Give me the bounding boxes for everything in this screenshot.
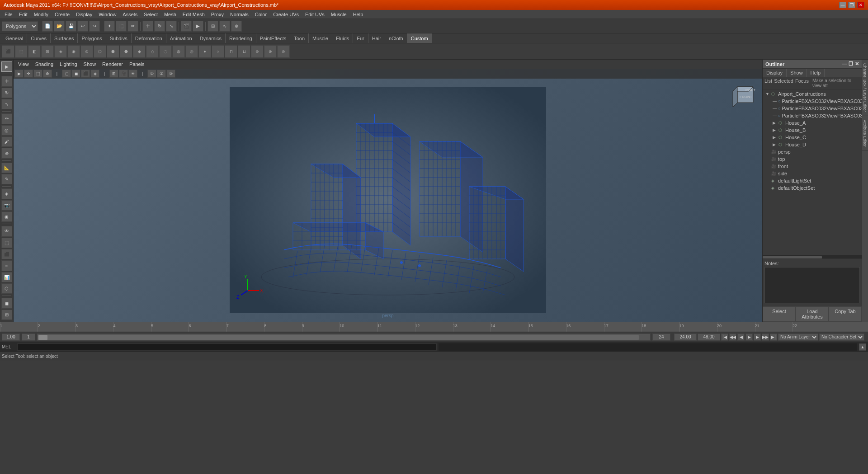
measure-tool[interactable]: 📐 (1, 163, 12, 173)
tree-item-particle2[interactable]: — ○ ParticleFBXASC032ViewFBXASC032 (764, 105, 861, 112)
redo-button[interactable]: ↪ (89, 21, 100, 32)
vp-shaded[interactable]: ◈ (90, 70, 99, 78)
shelf-tool-17[interactable]: ○ (212, 45, 224, 58)
shelf-painteffects[interactable]: PaintEffects (256, 33, 291, 43)
menu-create[interactable]: Create (52, 11, 72, 18)
viewport-menu-shading[interactable]: Shading (33, 61, 56, 68)
move-tool-button[interactable]: ✛ (142, 21, 153, 32)
vp-select[interactable]: ▶ (14, 70, 24, 78)
shelf-tool-16[interactable]: ● (198, 45, 211, 58)
undo-button[interactable]: ↩ (77, 21, 88, 32)
range-end-input[interactable] (652, 333, 670, 341)
paint-select-button[interactable]: ✏ (127, 21, 138, 32)
shelf-subdivs[interactable]: Subdivs (106, 33, 132, 43)
menu-muscle[interactable]: Muscle (328, 11, 349, 18)
vp-res-low[interactable]: ① (147, 70, 156, 78)
tree-item-persp[interactable]: 🎥 persp (764, 148, 861, 155)
render-sel-button[interactable]: ◈ (1, 188, 12, 199)
range-current-input[interactable] (22, 333, 35, 341)
shelf-polygons[interactable]: Polygons (78, 33, 106, 43)
mel-command-input[interactable] (17, 343, 437, 351)
vp-camera[interactable]: 🎥 (119, 70, 128, 78)
menu-display[interactable]: Display (73, 11, 95, 18)
ipr-button[interactable]: ▶ (193, 21, 203, 32)
sculpt-tool[interactable]: ✏ (1, 113, 12, 124)
tree-item-defaultobjectset[interactable]: ◈ defaultObjectSet (764, 184, 861, 192)
shelf-hair[interactable]: Hair (368, 33, 385, 43)
vp-res-high[interactable]: ③ (166, 70, 175, 78)
shelf-custom[interactable]: Custom (407, 33, 432, 43)
tree-item-house-d[interactable]: ▶ ⬡ House_D (764, 141, 861, 148)
vp-light-sel[interactable]: ☀ (128, 70, 137, 78)
outliner-tab-display[interactable]: Display (763, 69, 787, 77)
open-button[interactable]: 📂 (54, 21, 65, 32)
menu-color[interactable]: Color (252, 11, 269, 18)
shelf-tool-19[interactable]: ⊔ (238, 45, 250, 58)
tree-item-side[interactable]: 🎥 side (764, 170, 861, 177)
vp-res-med[interactable]: ② (157, 70, 166, 78)
shelf-tool-20[interactable]: ⊕ (251, 45, 264, 58)
snap-curve-button[interactable]: ∿ (219, 21, 230, 32)
time-prev-button[interactable]: ◀ (737, 333, 745, 341)
viewport-menu-renderer[interactable]: Renderer (99, 61, 126, 68)
soft-select-tool[interactable]: ◎ (1, 125, 12, 136)
outliner-restore[interactable]: ❐ (849, 61, 853, 67)
outliner-h-scrollbar[interactable] (763, 255, 862, 258)
tree-item-airport[interactable]: ▼ ⬡ Airport_Constructions (764, 90, 861, 98)
outliner-tab-show[interactable]: Show (787, 69, 807, 77)
viewport-menu-panels[interactable]: Panels (127, 61, 147, 68)
attribute-editor-tab[interactable]: Attribute Editor (862, 116, 868, 151)
shelf-tool-7[interactable]: ⊙ (80, 45, 93, 58)
shelf-tool-12[interactable]: ◇ (146, 45, 159, 58)
time-play-button[interactable]: ▶ (745, 333, 753, 341)
time-end-button[interactable]: ▶| (770, 333, 777, 341)
outliner-minimize[interactable]: — (842, 61, 847, 67)
shelf-fluids[interactable]: Fluids (332, 33, 353, 43)
axis-button[interactable]: ⊞ (1, 310, 12, 320)
shelf-tool-18[interactable]: ⊓ (225, 45, 237, 58)
main-viewport[interactable]: View Shading Lighting Show Renderer Pane… (14, 60, 762, 322)
menu-normals[interactable]: Normals (227, 11, 251, 18)
tree-item-defaultlightset[interactable]: ◈ defaultLightSet (764, 177, 861, 184)
scale-tool[interactable]: ⤡ (1, 99, 12, 109)
tree-item-house-a[interactable]: ▶ ⬡ House_A (764, 119, 861, 127)
tree-item-particle3[interactable]: — ○ ParticleFBXASC032ViewFBXASC032 (764, 112, 861, 119)
viewport-menu-view[interactable]: View (15, 61, 32, 68)
tree-item-house-c[interactable]: ▶ ⬡ House_C (764, 134, 861, 141)
quick-sel-button[interactable]: ◼ (1, 298, 12, 308)
vp-grid[interactable]: ⊞ (109, 70, 118, 78)
close-button[interactable]: ✕ (857, 2, 864, 8)
menu-assets[interactable]: Assets (120, 11, 140, 18)
outliner-button[interactable]: ≡ (1, 260, 12, 271)
shelf-fur[interactable]: Fur (353, 33, 368, 43)
restore-button[interactable]: ❐ (848, 2, 855, 8)
shelf-curves[interactable]: Curves (27, 33, 51, 43)
rotate-tool[interactable]: ↻ (1, 88, 12, 98)
layer-button[interactable]: ⬚ (1, 238, 12, 248)
timeline-ruler[interactable]: 12345678910111213141516171819202122 (0, 322, 868, 332)
shelf-tool-13[interactable]: ◌ (159, 45, 172, 58)
new-scene-button[interactable]: 📄 (42, 21, 53, 32)
snap-point-button[interactable]: ⊕ (231, 21, 242, 32)
anim-layer-dropdown[interactable]: No Anim Layer (778, 333, 818, 341)
shelf-tool-5[interactable]: ◈ (54, 45, 67, 58)
tree-item-house-b[interactable]: ▶ ⬡ House_B (764, 127, 861, 134)
time-next-button[interactable]: ▶ (754, 333, 761, 341)
time-start-button[interactable]: |◀ (721, 333, 728, 341)
outliner-tab-help[interactable]: Help (807, 69, 825, 77)
char-set-dropdown[interactable]: No Character Set (819, 333, 864, 341)
time-next-key-button[interactable]: ▶▶ (762, 333, 769, 341)
shelf-tool-4[interactable]: ⊞ (41, 45, 54, 58)
uv-editor-button[interactable]: ⬡ (1, 283, 12, 294)
vp-pan[interactable]: ⬚ (33, 70, 42, 78)
menu-mesh[interactable]: Mesh (161, 11, 179, 18)
time-prev-key-button[interactable]: ◀◀ (729, 333, 736, 341)
copy-tab-button[interactable]: Copy Tab (829, 306, 862, 322)
shelf-surfaces[interactable]: Surfaces (51, 33, 78, 43)
load-attributes-button[interactable]: Load Attributes (796, 306, 829, 322)
namespace-button[interactable]: ⬛ (1, 249, 12, 259)
shelf-ncloth[interactable]: nCloth (385, 33, 407, 43)
shelf-tool-11[interactable]: ◆ (133, 45, 146, 58)
menu-create-uvs[interactable]: Create UVs (270, 11, 302, 18)
save-button[interactable]: 💾 (66, 21, 76, 32)
